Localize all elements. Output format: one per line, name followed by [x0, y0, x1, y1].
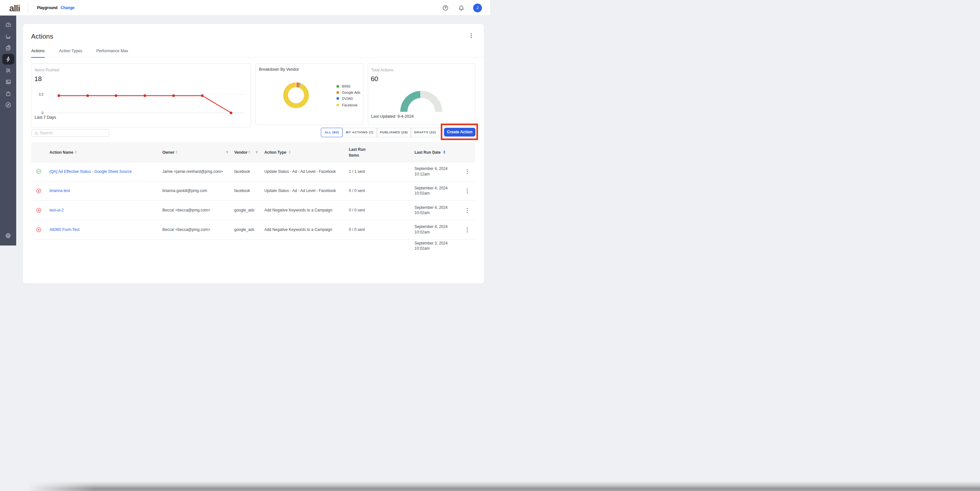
svg-text:Google Ads: Google Ads	[342, 91, 360, 94]
svg-text:3.2: 3.2	[38, 92, 43, 96]
svg-text:0: 0	[41, 111, 43, 115]
svg-text:DV360: DV360	[342, 97, 353, 100]
svg-text:BING: BING	[342, 84, 351, 88]
svg-text:Facebook: Facebook	[342, 103, 358, 107]
